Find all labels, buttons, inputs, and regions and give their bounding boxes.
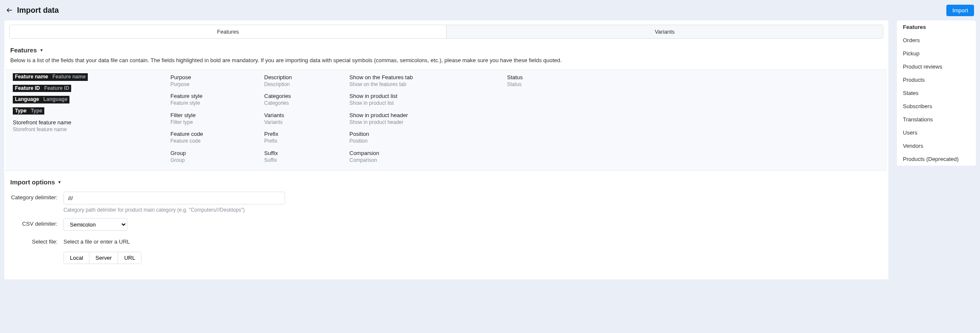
file-server-button[interactable]: Server	[89, 252, 118, 264]
sidebar-item[interactable]: States	[897, 86, 976, 100]
file-source-buttons: Local Server URL	[63, 252, 141, 264]
page-title: Import data	[17, 6, 59, 15]
field-item: StatusStatus	[501, 72, 886, 90]
file-local-button[interactable]: Local	[64, 252, 89, 264]
header: Import data Import	[4, 0, 976, 20]
field-item: Show in product headerShow in product he…	[343, 109, 501, 128]
chevron-down-icon: ▾	[40, 48, 43, 52]
field-item: PositionPosition	[343, 128, 501, 147]
field-item: GroupGroup	[164, 147, 258, 166]
category-delimiter-hint: Category path delimiter for product main…	[63, 207, 882, 213]
field-item: Feature IDFeature ID	[7, 83, 164, 95]
sidebar-item[interactable]: Products (Deprecated)	[897, 152, 976, 166]
fields-col-5: StatusStatus	[501, 72, 886, 166]
fields-col-4: Show on the Features tabShow on the feat…	[343, 72, 501, 166]
sidebar-item[interactable]: Pickup	[897, 47, 976, 60]
sidebar-item[interactable]: Translations	[897, 113, 976, 126]
sidebar-item[interactable]: Orders	[897, 34, 976, 47]
field-item: CategoriesCategories	[258, 90, 343, 109]
import-type-sidebar: FeaturesOrdersPickupProduct reviewsProdu…	[897, 20, 976, 166]
tab-features[interactable]: Features	[10, 25, 446, 38]
sidebar-item[interactable]: Vendors	[897, 139, 976, 152]
category-delimiter-input[interactable]	[63, 192, 285, 204]
back-icon[interactable]	[6, 7, 13, 14]
field-item: Show on the Features tabShow on the feat…	[343, 72, 501, 90]
fields-col-2: PurposePurposeFeature styleFeature style…	[164, 72, 258, 166]
fields-grid: Feature nameFeature nameFeature IDFeatur…	[6, 69, 887, 171]
file-url-button[interactable]: URL	[118, 252, 141, 264]
sidebar-item[interactable]: Subscribers	[897, 100, 976, 113]
tab-variants[interactable]: Variants	[446, 25, 883, 38]
field-item: TypeType	[7, 106, 164, 117]
select-file-text: Select a file or enter a URL	[63, 236, 882, 245]
main-panel: Features Variants Features ▾ Below is a …	[4, 20, 888, 279]
field-item: Feature codeFeature code	[164, 128, 258, 147]
field-item: Storefront feature nameStorefront featur…	[7, 117, 164, 135]
select-file-label: Select file:	[10, 236, 63, 245]
csv-delimiter-label: CSV delimiter:	[10, 218, 63, 227]
csv-delimiter-select[interactable]: Semicolon	[63, 218, 127, 231]
fields-col-1: Feature nameFeature nameFeature IDFeatur…	[7, 72, 164, 166]
field-item: Show in product listShow in product list	[343, 90, 501, 109]
category-delimiter-label: Category delimiter:	[10, 192, 63, 201]
chevron-down-icon: ▾	[58, 180, 61, 184]
field-item: PurposePurpose	[164, 72, 258, 90]
sidebar-item[interactable]: Products	[897, 73, 976, 86]
field-item: Feature nameFeature name	[7, 72, 164, 83]
field-item: ComparsionComparison	[343, 147, 501, 166]
field-item: PrefixPrefix	[258, 128, 343, 147]
import-tabs: Features Variants	[9, 25, 883, 39]
import-button[interactable]: Import	[946, 5, 974, 16]
features-help-text: Below is a list of the fields that your …	[4, 57, 888, 69]
field-item: SuffixSuffix	[258, 147, 343, 166]
field-item: DescriptionDescription	[258, 72, 343, 90]
import-options-title: Import options	[10, 178, 55, 186]
fields-col-3: DescriptionDescriptionCategoriesCategori…	[258, 72, 343, 166]
field-item: Filter styleFilter type	[164, 109, 258, 128]
features-section-title: Features	[10, 46, 37, 54]
sidebar-item[interactable]: Features	[897, 20, 976, 34]
features-section-toggle[interactable]: Features ▾	[4, 39, 888, 57]
field-item: VariantsVariants	[258, 109, 343, 128]
field-item: Feature styleFeature style	[164, 90, 258, 109]
import-options-toggle[interactable]: Import options ▾	[4, 171, 888, 189]
sidebar-item[interactable]: Product reviews	[897, 60, 976, 73]
field-item: LanguageLanguage	[7, 94, 164, 106]
sidebar-item[interactable]: Users	[897, 126, 976, 139]
